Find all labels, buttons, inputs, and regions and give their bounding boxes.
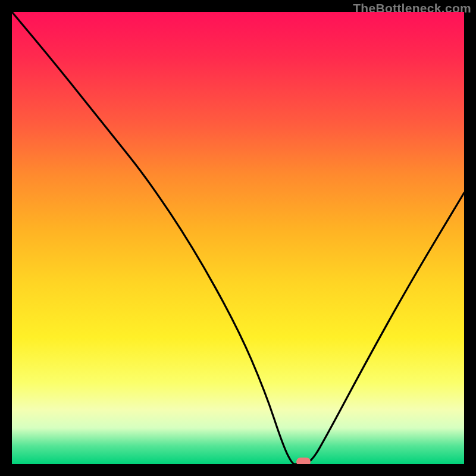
plot-area: [12, 12, 464, 464]
chart-frame: TheBottleneck.com: [0, 0, 476, 476]
optimal-marker: [296, 458, 311, 464]
bottleneck-curve: [12, 12, 464, 464]
